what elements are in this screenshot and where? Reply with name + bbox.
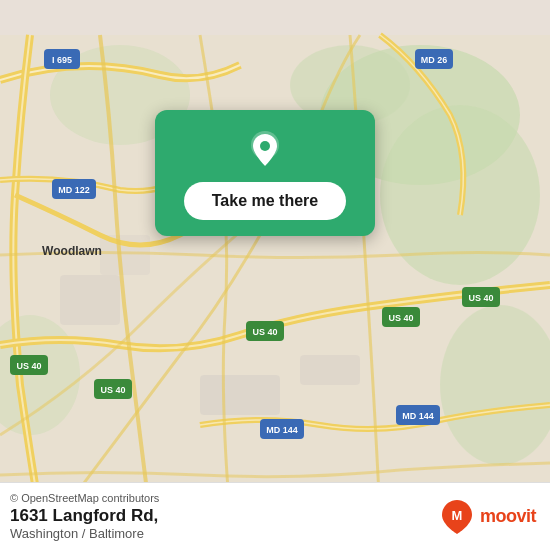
address-line2: Washington / Baltimore <box>10 526 159 541</box>
bottom-bar: © OpenStreetMap contributors 1631 Langfo… <box>0 482 550 550</box>
map-container: I 695 MD 26 MD 122 MD 122 US 40 US 40 US… <box>0 0 550 550</box>
svg-text:US 40: US 40 <box>468 293 493 303</box>
svg-text:MD 144: MD 144 <box>402 411 434 421</box>
svg-text:M: M <box>452 508 463 523</box>
svg-text:Woodlawn: Woodlawn <box>42 244 102 258</box>
copyright-text: © OpenStreetMap contributors <box>10 492 159 504</box>
svg-text:MD 122: MD 122 <box>58 185 90 195</box>
svg-text:US 40: US 40 <box>388 313 413 323</box>
address-block: © OpenStreetMap contributors 1631 Langfo… <box>10 492 159 541</box>
location-pin-icon <box>243 128 287 172</box>
svg-rect-9 <box>60 275 120 325</box>
take-me-there-button[interactable]: Take me there <box>184 182 346 220</box>
svg-text:US 40: US 40 <box>16 361 41 371</box>
moovit-brand-icon: M <box>438 498 476 536</box>
svg-text:US 40: US 40 <box>252 327 277 337</box>
moovit-logo: M moovit <box>438 498 536 536</box>
moovit-label: moovit <box>480 506 536 527</box>
location-card: Take me there <box>155 110 375 236</box>
svg-text:MD 144: MD 144 <box>266 425 298 435</box>
svg-text:MD 26: MD 26 <box>421 55 448 65</box>
svg-text:I 695: I 695 <box>52 55 72 65</box>
svg-rect-8 <box>300 355 360 385</box>
svg-point-36 <box>260 141 270 151</box>
map-svg: I 695 MD 26 MD 122 MD 122 US 40 US 40 US… <box>0 0 550 550</box>
svg-rect-7 <box>200 375 280 415</box>
svg-text:US 40: US 40 <box>100 385 125 395</box>
address-line1: 1631 Langford Rd, <box>10 506 159 526</box>
